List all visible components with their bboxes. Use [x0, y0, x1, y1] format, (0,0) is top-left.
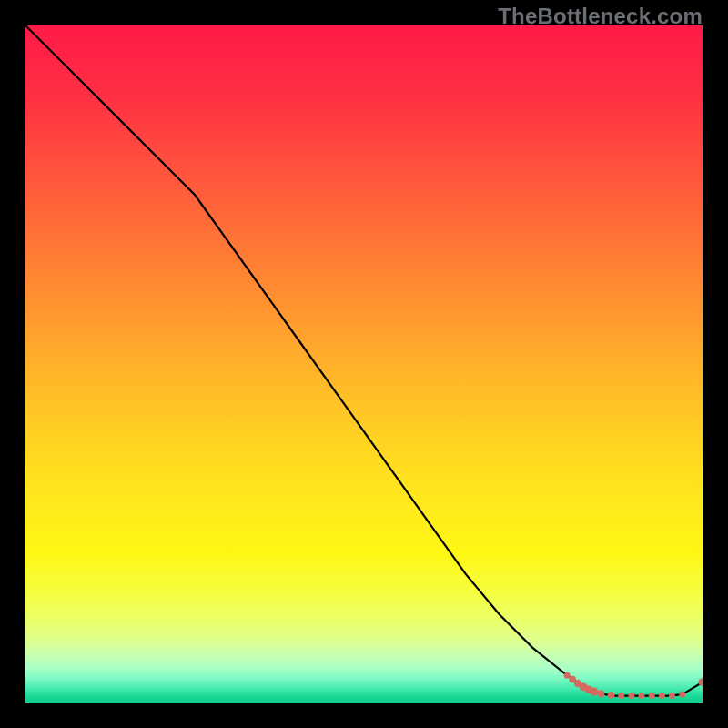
- marker-dot: [618, 693, 624, 699]
- marker-dot: [659, 693, 665, 699]
- marker-dot: [639, 693, 645, 699]
- chart-svg: [25, 25, 703, 703]
- chart-plot-area: [25, 25, 703, 703]
- marker-dot: [649, 693, 655, 699]
- marker-dot: [608, 692, 615, 699]
- marker-dot: [679, 692, 685, 698]
- marker-dot: [590, 688, 598, 696]
- marker-dot: [669, 693, 675, 699]
- chart-frame: TheBottleneck.com: [0, 0, 728, 728]
- marker-dot: [628, 693, 634, 699]
- marker-dot: [597, 690, 604, 697]
- marker-dot: [564, 672, 571, 679]
